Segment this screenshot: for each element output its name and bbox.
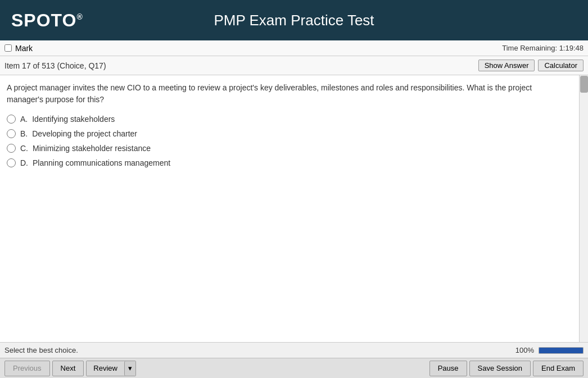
choice-radio-d[interactable]	[7, 158, 16, 167]
choice-letter: A.	[20, 115, 28, 124]
page-title: PMP Exam Practice Test	[214, 12, 374, 29]
list-item[interactable]: D.Planning communications management	[7, 158, 570, 167]
list-item[interactable]: B.Developing the project charter	[7, 129, 570, 138]
bottom-nav: Previous Next Review ▾ Pause Save Sessio…	[0, 358, 588, 378]
review-button[interactable]: Review	[87, 361, 124, 376]
calculator-button[interactable]: Calculator	[538, 60, 584, 71]
save-session-button[interactable]: Save Session	[469, 361, 531, 376]
choice-text: Planning communications management	[33, 158, 170, 167]
item-buttons: Show Answer Calculator	[478, 60, 584, 71]
progress-pct: 100%	[515, 346, 534, 354]
item-bar: Item 17 of 513 (Choice, Q17) Show Answer…	[0, 56, 588, 75]
choice-letter: C.	[20, 144, 28, 153]
choice-radio-b[interactable]	[7, 129, 16, 138]
progress-bar-bg	[539, 347, 584, 354]
mark-left: Mark	[4, 44, 33, 53]
list-item[interactable]: C.Minimizing stakeholder resistance	[7, 144, 570, 153]
scroll-track[interactable]	[579, 75, 588, 342]
next-button[interactable]: Next	[52, 361, 84, 376]
time-label: Time Remaining:	[502, 44, 557, 52]
nav-left: Previous Next Review ▾	[4, 361, 136, 376]
header: SPOTO® PMP Exam Practice Test	[0, 0, 588, 40]
logo-sup: ®	[76, 12, 83, 21]
choice-letter: B.	[20, 129, 28, 138]
logo: SPOTO®	[11, 10, 83, 31]
choice-text: Developing the project charter	[32, 129, 137, 138]
review-dropdown-button[interactable]: ▾	[124, 361, 135, 376]
choice-text: Identifying stakeholders	[32, 115, 115, 124]
progress-bar-fill	[539, 348, 583, 353]
list-item[interactable]: A.Identifying stakeholders	[7, 115, 570, 124]
question-text: A project manager invites the new CIO to…	[7, 82, 581, 106]
choice-radio-c[interactable]	[7, 144, 16, 153]
logo-text: SPOTO	[11, 10, 76, 30]
review-button-wrap: Review ▾	[86, 361, 136, 376]
pause-button[interactable]: Pause	[429, 361, 467, 376]
nav-right: Pause Save Session End Exam	[429, 361, 584, 376]
previous-button[interactable]: Previous	[4, 361, 50, 376]
choice-radio-a[interactable]	[7, 115, 16, 124]
mark-bar: Mark Time Remaining: 1:19:48	[0, 40, 588, 56]
mark-checkbox[interactable]	[4, 44, 12, 52]
scroll-thumb	[580, 76, 588, 93]
time-remaining: Time Remaining: 1:19:48	[502, 44, 584, 52]
mark-label: Mark	[15, 44, 33, 53]
question-area: A project manager invites the new CIO to…	[0, 75, 588, 342]
choice-letter: D.	[20, 158, 28, 167]
choice-text: Minimizing stakeholder resistance	[33, 144, 151, 153]
item-label: Item 17 of 513 (Choice, Q17)	[4, 61, 106, 70]
choices-list: A.Identifying stakeholdersB.Developing t…	[7, 115, 581, 167]
show-answer-button[interactable]: Show Answer	[478, 60, 535, 71]
status-text: Select the best choice.	[4, 346, 78, 354]
time-value: 1:19:48	[559, 44, 584, 52]
end-exam-button[interactable]: End Exam	[533, 361, 584, 376]
progress-area: 100%	[515, 346, 584, 354]
status-bar: Select the best choice. 100%	[0, 342, 588, 358]
